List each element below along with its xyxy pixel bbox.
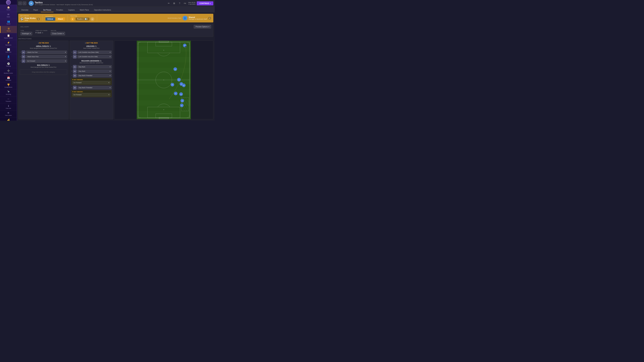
sidebar-item-squad-planner[interactable]: 📋 Squad Planner [0,33,17,40]
aerial-threats-info: Most dangerous aerial threat ranked firs… [20,47,67,49]
player-badge-d4: D4 [73,86,77,89]
creator-value: Lurk Outside Area (Near Side) [78,51,99,53]
sidebar-item-staff[interactable]: 👤 Staff [0,54,17,61]
taker-refresh-icon[interactable]: ↻ [42,32,43,34]
tab-opposition[interactable]: Opposition Instructions [92,8,114,12]
recovery-select-d3[interactable]: Stay Back If Needed ▾ [77,74,112,77]
aerial-threats-refresh-icon[interactable]: ↻ [50,45,51,47]
sidebar-item-training[interactable]: ⚽ Training [0,61,17,68]
sidebar-label-squad: Squad [6,23,10,25]
sp-dropdown-button[interactable]: ▾ [37,17,40,20]
sidebar-item-club-info[interactable]: ℹ Club Info [0,103,17,110]
recovery-title: RECOVERY DEFENDERS ↻ [71,60,112,61]
page-title: Tactics [35,1,167,4]
player-badge-a2: A2 [22,55,25,58]
drag-handle[interactable]: ⠿ [71,70,72,72]
sidebar-item-scouting[interactable]: 🔭 Scouting [0,89,17,96]
date-time: Mon 09:00 [188,2,196,3]
drag-handle[interactable]: ⠿ [71,66,72,68]
routine-icon: 🔄 [85,18,87,20]
if-not-select-1[interactable]: Go Forward ▾ [72,81,110,84]
sidebar-item-club-vision[interactable]: 👁 Club Vision [0,110,17,117]
delivery-fields: TYPE Inswinger ▾ FREE KICK TAKER P. Groß… [20,30,211,35]
instruction-select-a1[interactable]: Attack Far Post ▾ [26,51,67,54]
sidebar-item-dynamics[interactable]: ⚡ Dynamics [0,40,17,47]
drag-handle[interactable]: ⠿ [71,87,72,89]
sidebar-item-inbox[interactable]: ✉ Inbox [0,12,17,19]
squad-planner-icon: 📋 [7,34,10,37]
tab-player[interactable]: Player [31,8,40,12]
defend-button[interactable]: Defend [46,17,55,21]
schedule-icon: 📅 [7,76,10,79]
drag-handle[interactable]: ⠿ [20,51,21,53]
svg-point-14 [164,50,164,50]
training-icon: ⚽ [7,62,10,65]
in-box-info-icon[interactable]: ℹ [38,42,38,44]
aim-select[interactable]: Cross Centre ▾ [51,32,65,35]
sidebar-item-medical[interactable]: ➕ Medical Centre [0,68,17,75]
player-badge-a1: A1 [22,50,25,54]
recovery-select-d2[interactable]: Stay Back ▾ [77,69,112,73]
scenario-section: SCENARIO Defend Attack [46,15,65,21]
sidebar-item-transfers[interactable]: ↔ Transfers [0,96,17,103]
drag-handle[interactable]: ⠿ [71,56,72,58]
attack-button[interactable]: Attack [56,17,65,21]
recovery2-chevron: ▾ [110,87,110,88]
svg-text:D3: D3 [180,94,182,95]
pitch-panel: TK + C1 A2 D4 D1 [114,40,213,119]
sidebar-item-tactics[interactable]: ⊞ Tactics [0,26,17,33]
recovery-select-d1[interactable]: Stay Back ▾ [77,65,112,68]
nav-forward-button[interactable]: › [23,1,26,5]
out-box-info-icon[interactable]: ℹ [85,42,86,44]
sidebar-item-finances[interactable]: 💰 Finances [0,117,17,121]
routine-select[interactable]: Routine 1 🔄 ▾ [76,17,90,21]
aerial-threats-title-text: AERIAL THREATS [36,45,49,47]
instruction-value: Attack Near Post [27,56,38,57]
creator-select-c1[interactable]: Lurk Outside Area (Near Side) ▾ [77,51,112,54]
instruction-select-a3[interactable]: Go Forward ▾ [26,59,67,63]
help-icon[interactable]: ? [178,1,182,5]
resp-dropdown-button[interactable]: ▾ [208,17,211,19]
tab-match-plans[interactable]: Match Plans [77,8,91,12]
sp-type-label: SET PIECES [20,15,40,16]
edit-icon[interactable]: ✏ [167,1,171,5]
preview-options-button[interactable]: Preview Options ▾ [194,25,211,28]
recovery-value: Stay Back If Needed [78,75,92,76]
recovery-title-text: RECOVERY DEFENDERS [81,60,100,61]
tab-captains[interactable]: Captains [66,8,77,12]
drag-handle[interactable]: ⠿ [71,75,72,77]
box-threats-info: Most dangerous box threat ranked first [20,66,67,68]
topbar-title-area: Tactics 5th in English Premier Division … [35,1,167,5]
svg-point-17 [164,109,164,110]
nav-back-button[interactable]: ‹ [18,1,22,5]
routine-add-button[interactable]: + [90,17,94,21]
instruction-chevron: ▾ [65,56,66,57]
creators-refresh-icon[interactable]: ↻ [95,45,96,47]
tab-penalties[interactable]: Penalties [54,8,66,12]
sidebar-item-competitions[interactable]: 🏆 Competitions [0,82,17,89]
drag-handle[interactable]: ⠿ [71,51,72,53]
type-select[interactable]: Inswinger ▾ [20,32,32,35]
scenario-label: SCENARIO [46,15,65,17]
sidebar-item-schedule[interactable]: 📅 Schedule [0,75,17,82]
sidebar-item-squad[interactable]: 👥 Squad [0,19,17,26]
instruction-chevron: ▾ [65,60,66,62]
taker-value: P. Groß ↻ [36,32,47,34]
creator-select-c2[interactable]: Lurk Outside Area (Far Side) ▾ [77,55,112,58]
continue-button[interactable]: CONTINUE » [197,1,213,5]
recovery-list-2: ⠿ D4 Stay Back If Needed ▾ [71,86,112,89]
instruction-select-a2[interactable]: Attack Near Post ▾ [26,55,67,58]
recovery-list: ⠿ D1 Stay Back ▾ ⠿ D2 Stay Back ▾ ⠿ D3 S… [71,65,112,77]
if-not-select-2[interactable]: Go Forward ▾ [72,93,110,96]
aim-field-label: AIM FOR [51,30,65,31]
drag-handle[interactable]: ⠿ [20,56,21,58]
sidebar-item-data-hub[interactable]: 📊 Data Hub [0,47,17,54]
recovery-refresh-icon[interactable]: ↻ [100,60,102,61]
tab-overview[interactable]: Overview [19,8,31,12]
sidebar-item-home[interactable]: 🏠 Home [0,5,17,12]
box-threats-refresh-icon[interactable]: ↻ [48,64,50,66]
puzzle-icon[interactable]: ⊞ [172,1,176,5]
tab-set-pieces[interactable]: Set Pieces [41,8,54,12]
recovery2-select-d4[interactable]: Stay Back If Needed ▾ [77,86,112,89]
drag-handle[interactable]: ⠿ [20,60,21,62]
